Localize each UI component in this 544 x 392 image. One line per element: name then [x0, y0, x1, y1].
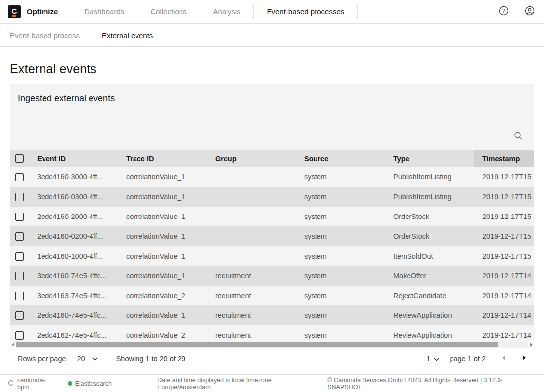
nav-event-based-processes[interactable]: Event-based processes	[267, 7, 344, 16]
cell-timestamp: 2019-12-17T15	[474, 187, 534, 207]
camunda-mark-icon	[8, 380, 14, 388]
horizontal-scrollbar[interactable]	[10, 342, 534, 348]
cell-group	[207, 207, 296, 226]
table-row: 2edc4162-74e5-4ffc...correlationValue_2r…	[10, 325, 534, 342]
cell-timestamp: 2019-12-17T14	[474, 266, 534, 286]
cell-trace-id: correlationValue_1	[118, 266, 207, 286]
row-checkbox[interactable]	[15, 272, 24, 280]
cell-group: recruitment	[207, 305, 296, 325]
showing-text: Showing 1 to 20 of 29	[107, 355, 185, 363]
svg-text:?: ?	[502, 8, 505, 14]
db-connection-label: Elasticsearch	[75, 380, 112, 387]
help-button[interactable]: ?	[499, 5, 509, 18]
next-page-button[interactable]	[514, 348, 534, 369]
cell-event-id: 2edc4160-0200-4ff...	[29, 226, 118, 246]
divider	[137, 4, 137, 19]
column-header-timestamp[interactable]: Timestamp	[474, 150, 534, 167]
timezone-text: Date and time displayed in local timezon…	[157, 377, 327, 391]
scroll-right-icon[interactable]	[528, 342, 534, 348]
cell-source: system	[296, 226, 385, 246]
connection-ok-icon	[68, 381, 72, 386]
search-icon	[513, 131, 523, 142]
row-checkbox[interactable]	[15, 292, 24, 300]
cell-source: system	[296, 325, 385, 342]
cell-timestamp: 2019-12-17T15	[474, 226, 534, 246]
cell-trace-id: correlationValue_2	[118, 325, 207, 342]
subnav: Event-based process External events	[0, 24, 544, 47]
nav-analysis[interactable]: Analysis	[213, 7, 241, 16]
divider	[164, 28, 164, 42]
row-checkbox[interactable]	[15, 232, 24, 241]
cell-trace-id: correlationValue_1	[118, 226, 207, 246]
cell-type: PublishItemListing	[385, 167, 474, 187]
tab-event-based-process[interactable]: Event-based process	[10, 31, 80, 40]
divider	[71, 4, 71, 19]
engine-connection-label: camunda-bpm	[17, 377, 57, 391]
row-checkbox[interactable]	[15, 173, 24, 181]
caret-left-icon	[501, 355, 506, 362]
app-title: Optimize	[27, 7, 58, 16]
table-header-row: Event ID Trace ID Group Source Type Time…	[10, 150, 534, 167]
divider	[200, 4, 200, 19]
camunda-logo-letter: C	[12, 7, 17, 15]
row-checkbox[interactable]	[15, 193, 24, 201]
camunda-logo: C	[8, 5, 21, 18]
scrollbar-thumb[interactable]	[16, 342, 498, 347]
select-all-checkbox[interactable]	[15, 154, 24, 163]
page-title: External events	[10, 62, 544, 76]
rows-per-page-value[interactable]: 20	[77, 355, 85, 363]
nav-collections[interactable]: Collections	[150, 7, 186, 16]
user-icon	[524, 5, 535, 18]
page-select[interactable]: 1	[419, 348, 447, 369]
search-button[interactable]	[512, 131, 524, 142]
cell-event-id: 1edc4160-1000-4ff...	[29, 246, 118, 266]
db-connection: Elasticsearch	[68, 380, 112, 387]
row-checkbox[interactable]	[15, 311, 24, 320]
cell-type: ReviewApplication	[385, 325, 474, 342]
cell-timestamp: 2019-12-17T14	[474, 286, 534, 305]
divider	[253, 4, 254, 19]
app-header: C Optimize Dashboards Collections Analys…	[0, 0, 544, 24]
pagination-bar: Rows per page 20 Showing 1 to 20 of 29 1…	[10, 348, 534, 369]
page-info: page 1 of 2	[447, 355, 494, 363]
column-header-trace-id[interactable]: Trace ID	[118, 150, 207, 167]
cell-source: system	[296, 246, 385, 266]
cell-type: RejectCandidate	[385, 286, 474, 305]
cell-group	[207, 246, 296, 266]
cell-source: system	[296, 286, 385, 305]
cell-event-id: 2edc4162-74e5-4ffc...	[29, 325, 118, 342]
table-row: 2edc4160-0200-4ff...correlationValue_1sy…	[10, 226, 534, 246]
cell-trace-id: correlationValue_1	[118, 187, 207, 207]
cell-type: ReviewApplication	[385, 305, 474, 325]
cell-timestamp: 2019-12-17T15	[474, 246, 534, 266]
tab-external-events[interactable]: External events	[102, 31, 153, 40]
row-checkbox[interactable]	[15, 252, 24, 261]
table-row: 1edc4160-1000-4ff...correlationValue_1sy…	[10, 246, 534, 266]
page-select-value: 1	[426, 355, 430, 363]
cell-source: system	[296, 187, 385, 207]
column-header-group[interactable]: Group	[207, 150, 296, 167]
chevron-down-icon[interactable]	[92, 357, 98, 361]
nav-dashboards[interactable]: Dashboards	[84, 7, 124, 16]
row-checkbox[interactable]	[15, 331, 24, 340]
column-header-source[interactable]: Source	[296, 150, 385, 167]
engine-connection: camunda-bpm	[8, 377, 57, 391]
events-table: Event ID Trace ID Group Source Type Time…	[10, 150, 534, 342]
scrollbar-track[interactable]	[16, 342, 528, 348]
cell-event-id: 2edc4160-2000-4ff...	[29, 207, 118, 226]
row-checkbox[interactable]	[15, 213, 24, 221]
column-header-type[interactable]: Type	[385, 150, 474, 167]
cell-event-id: 2edc4160-74e5-4ffc...	[29, 305, 118, 325]
column-header-event-id[interactable]: Event ID	[29, 150, 118, 167]
rows-per-page-label: Rows per page	[18, 355, 66, 363]
table-row: 2edc4160-2000-4ff...correlationValue_1sy…	[10, 207, 534, 226]
caret-right-icon	[522, 355, 527, 362]
cell-source: system	[296, 266, 385, 286]
cell-type: OrderStock	[385, 207, 474, 226]
previous-page-button[interactable]	[494, 348, 514, 369]
divider	[91, 28, 91, 42]
cell-group: recruitment	[207, 286, 296, 305]
user-menu-button[interactable]	[524, 5, 535, 18]
cell-group	[207, 226, 296, 246]
scroll-left-icon[interactable]	[10, 342, 16, 348]
